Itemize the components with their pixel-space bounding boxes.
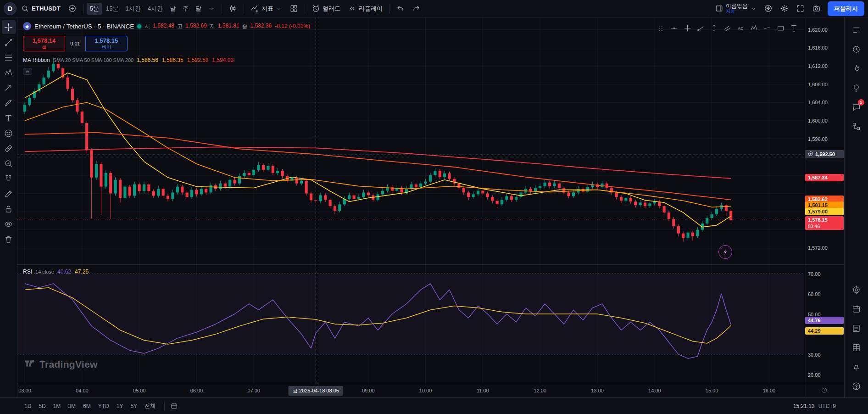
range-button-YTD[interactable]: YTD: [95, 400, 112, 412]
sidebar-ideas[interactable]: [849, 80, 864, 95]
toolbar-divider: [305, 4, 305, 14]
timezone-label[interactable]: UTC+9: [818, 403, 836, 409]
drag-handle[interactable]: [655, 22, 667, 34]
horizontal-line-tool[interactable]: [668, 22, 680, 34]
crosshair-tool[interactable]: [2, 20, 16, 34]
rsi-pane[interactable]: RSI 14 close 40.6247.25 TradingView: [17, 264, 804, 384]
sidebar-calendar[interactable]: [849, 301, 864, 317]
sidebar-object-tree[interactable]: [849, 118, 864, 134]
range-button-3M[interactable]: 3M: [65, 400, 79, 412]
ray-tool[interactable]: [695, 22, 707, 34]
price-scale-column[interactable]: 1,620.001,616.001,612.001,608.001,604.00…: [804, 17, 844, 397]
hide-all-tool[interactable]: [2, 217, 16, 231]
legend-collapse-button[interactable]: [23, 68, 32, 75]
sidebar-alerts[interactable]: [849, 41, 864, 57]
text-note-tool[interactable]: [788, 22, 800, 34]
cross-line-tool[interactable]: [681, 22, 694, 34]
alert-button[interactable]: 얼러트: [308, 2, 344, 15]
instant-trading-button[interactable]: [718, 245, 732, 259]
pattern-tool[interactable]: [2, 66, 16, 79]
dashed-line-tool[interactable]: [761, 22, 773, 34]
time-axis[interactable]: 03:0004:0005:0006:0007:0008:0009:0010:00…: [17, 384, 804, 397]
parallel-channel-tool[interactable]: [721, 22, 734, 34]
price-tick: 1,620.00: [808, 27, 828, 33]
redo-button[interactable]: [409, 2, 424, 15]
range-button-1M[interactable]: 1M: [50, 400, 64, 412]
layout-menu-button[interactable]: 이름없음 저장: [712, 1, 760, 16]
remove-all-tool[interactable]: [2, 232, 16, 246]
undo-button[interactable]: [393, 2, 408, 15]
brush-tool[interactable]: [2, 96, 16, 110]
sidebar-notifications[interactable]: [849, 359, 864, 375]
timezone-clock-icon[interactable]: [821, 387, 828, 395]
interval-button-15분[interactable]: 15분: [103, 3, 122, 15]
price-chart[interactable]: [17, 17, 804, 264]
range-button-6M[interactable]: 6M: [80, 400, 94, 412]
chart-settings-button[interactable]: [777, 2, 792, 15]
gear-icon: [780, 4, 789, 13]
range-button-전체[interactable]: 전체: [141, 400, 159, 412]
replay-button[interactable]: 리플레이: [345, 2, 386, 15]
user-menu-button[interactable]: D: [4, 2, 17, 15]
fullscreen-button[interactable]: [793, 2, 808, 15]
trend-line-tool[interactable]: [2, 35, 16, 49]
sidebar-hotlists[interactable]: [849, 61, 864, 76]
symbol-title[interactable]: Ethereum / TetherUS · 5 · BINANCE: [34, 23, 134, 30]
zoom-tool[interactable]: [2, 157, 16, 170]
text-tool[interactable]: [2, 111, 16, 125]
fib-retracement-tool[interactable]: [2, 50, 16, 64]
range-button-1Y[interactable]: 1Y: [113, 400, 127, 412]
compare-symbol-button[interactable]: [65, 2, 80, 15]
draw-mode-tool[interactable]: [2, 187, 16, 201]
multichart-layout-button[interactable]: [286, 2, 301, 15]
rectangle-tool[interactable]: [774, 22, 787, 34]
interval-button-1시간[interactable]: 1시간: [122, 3, 144, 15]
price-scale[interactable]: 1,620.001,616.001,612.001,608.001,604.00…: [804, 17, 844, 264]
rsi-title[interactable]: RSI: [23, 269, 32, 275]
sidebar-dom[interactable]: [849, 340, 864, 355]
emoji-tool[interactable]: [2, 126, 16, 140]
rsi-params: 14 close: [35, 269, 54, 274]
annotation-tool[interactable]: AC: [734, 22, 747, 34]
interval-button-5분[interactable]: 5분: [87, 3, 102, 15]
indicators-button[interactable]: 지표: [247, 2, 285, 15]
interval-button-달[interactable]: 달: [192, 3, 205, 15]
price-range-tool[interactable]: [708, 22, 720, 34]
add-alert-plus-icon[interactable]: [808, 151, 813, 157]
sidebar-watchlist[interactable]: [849, 22, 864, 38]
forecast-tool[interactable]: [2, 81, 16, 95]
session-clock[interactable]: 15:21:13: [793, 403, 815, 409]
sidebar-data-window[interactable]: [849, 320, 864, 336]
rsi-legend: RSI 14 close 40.6247.25: [23, 269, 92, 275]
rsi-chart[interactable]: [17, 265, 804, 384]
quantity-field[interactable]: 0.01: [65, 36, 85, 51]
ohlc-values: 시1,582.48고1,582.69저1,581.81종1,582.36: [145, 22, 272, 30]
go-to-date-button[interactable]: [170, 402, 178, 410]
interval-button-날[interactable]: 날: [167, 3, 179, 15]
range-button-5Y[interactable]: 5Y: [127, 400, 140, 412]
magnet-tool[interactable]: [2, 172, 16, 185]
quick-search-button[interactable]: [761, 2, 776, 15]
ma-ribbon-title[interactable]: MA Ribbon: [23, 57, 50, 63]
sidebar-help[interactable]: [849, 378, 864, 394]
lock-all-tool[interactable]: [2, 202, 16, 216]
zigzag-tool[interactable]: [748, 22, 760, 34]
publish-button[interactable]: 퍼블리시: [828, 1, 864, 16]
chart-style-button[interactable]: [225, 2, 240, 15]
interval-button-4시간[interactable]: 4시간: [145, 3, 166, 15]
sidebar-chat[interactable]: 1: [849, 99, 864, 115]
rsi-scale[interactable]: 70.0060.0050.0030.0020.0044.7644.29: [804, 264, 844, 384]
snapshot-button[interactable]: [809, 2, 824, 15]
sidebar-scanner[interactable]: [849, 282, 864, 297]
interval-menu-button[interactable]: [206, 3, 218, 14]
save-label[interactable]: 저장: [726, 9, 735, 14]
range-button-1D[interactable]: 1D: [21, 400, 34, 412]
range-button-5D[interactable]: 5D: [35, 400, 49, 412]
buy-button[interactable]: 1,578.15 바이: [85, 36, 128, 51]
right-sidebar: 1: [844, 17, 868, 397]
measure-tool[interactable]: [2, 141, 16, 155]
sell-button[interactable]: 1,578.14 셀: [23, 36, 65, 51]
symbol-search-button[interactable]: ETHUSDT: [17, 2, 64, 15]
price-pane[interactable]: ◆ Ethereum / TetherUS · 5 · BINANCE 시1,5…: [17, 17, 804, 264]
interval-button-주[interactable]: 주: [179, 3, 192, 15]
